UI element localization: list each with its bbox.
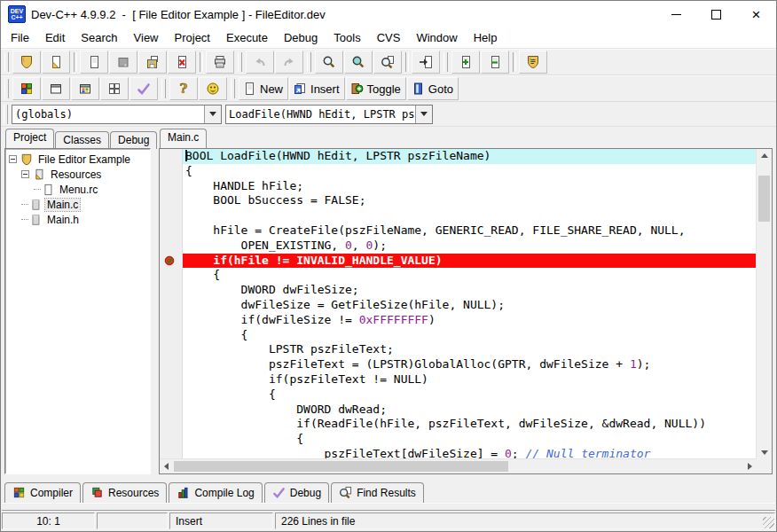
toolbar-drag-handle[interactable] — [443, 52, 448, 72]
new-project-button[interactable] — [12, 51, 41, 74]
tree-item-resources[interactable]: Resources — [5, 167, 150, 182]
menu-item-tools[interactable]: Tools — [326, 29, 368, 46]
menu-item-file[interactable]: File — [3, 29, 37, 46]
function-combobox-dropdown-button[interactable] — [415, 106, 432, 123]
scope-combobox[interactable]: (globals) — [12, 105, 222, 124]
tree-item-main-c[interactable]: Main.c — [5, 197, 150, 212]
maximize-button[interactable] — [696, 1, 736, 27]
menu-item-view[interactable]: View — [126, 29, 167, 46]
menu-item-help[interactable]: Help — [466, 29, 506, 46]
vertical-scrollbar[interactable] — [756, 149, 772, 459]
code-line[interactable]: pszFileText = (LPSTR)GlobalAlloc(GPTR, d… — [183, 357, 757, 372]
print-button[interactable] — [206, 51, 234, 74]
scope-combobox-dropdown-button[interactable] — [204, 106, 221, 123]
code-line[interactable]: if(ReadFile(hFile, pszFileText, dwFileSi… — [183, 417, 757, 432]
editor-tab-main-c[interactable]: Main.c — [160, 129, 207, 148]
code-line[interactable]: BOOL bSuccess = FALSE; — [183, 193, 757, 208]
specials-toggle-button[interactable]: Toggle — [346, 77, 406, 100]
debug-button[interactable] — [130, 77, 158, 100]
close-button[interactable]: × — [736, 1, 776, 27]
code-line[interactable]: BOOL LoadFile(HWND hEdit, LPSTR pszFileN… — [183, 149, 757, 164]
tree-expander-minus-icon[interactable] — [9, 155, 17, 163]
code-line[interactable]: { — [183, 268, 757, 283]
help-button[interactable]: ? — [169, 77, 198, 100]
function-combobox[interactable]: LoadFile(HWND hEdit, LPSTR psz — [225, 105, 433, 124]
report-tab-resources[interactable]: Resources — [82, 482, 167, 503]
undo-button[interactable] — [246, 51, 274, 74]
menu-item-window[interactable]: Window — [408, 29, 465, 46]
scroll-down-button[interactable] — [757, 446, 772, 459]
specials-new-button[interactable]: New — [239, 77, 288, 100]
app-icon[interactable]: DEVC++ — [8, 5, 26, 23]
tree-expander-minus-icon[interactable] — [21, 170, 29, 178]
goto-line-button[interactable] — [412, 51, 440, 74]
resize-grip[interactable] — [763, 517, 774, 528]
panel-tab-debug[interactable]: Debug — [110, 131, 157, 149]
new-source-file-button[interactable] — [80, 51, 108, 74]
close-file-button[interactable] — [168, 51, 196, 74]
panel-tab-project[interactable]: Project — [5, 129, 54, 148]
report-tab-compiler[interactable]: Compiler — [4, 482, 81, 503]
code-line[interactable]: { — [183, 432, 757, 447]
menu-item-execute[interactable]: Execute — [218, 29, 276, 46]
rebuild-all-button[interactable] — [100, 77, 129, 100]
code-line[interactable]: if(hFile != INVALID_HANDLE_VALUE) — [183, 254, 757, 269]
scroll-up-button[interactable] — [757, 149, 772, 162]
horizontal-scroll-thumb[interactable] — [174, 461, 508, 472]
code-line[interactable]: HANDLE hFile; — [183, 179, 757, 194]
about-button[interactable] — [199, 77, 227, 100]
tree-item-menu-rc[interactable]: Menu.rc — [5, 182, 150, 197]
breakpoint-marker[interactable] — [163, 254, 176, 270]
save-button[interactable] — [109, 51, 137, 74]
code-line[interactable]: hFile = CreateFile(pszFileName, GENERIC_… — [183, 223, 757, 239]
code-line[interactable]: if(dwFileSize != 0xFFFFFFFF) — [183, 313, 757, 328]
run-button[interactable] — [42, 77, 70, 100]
code-line[interactable]: { — [183, 164, 757, 179]
specials-goto-button[interactable]: Goto — [407, 77, 459, 100]
panel-splitter[interactable] — [151, 129, 159, 474]
find-in-files-button[interactable] — [344, 51, 373, 74]
code-area[interactable]: BOOL LoadFile(HWND hEdit, LPSTR pszFileN… — [183, 149, 757, 459]
save-all-button[interactable] — [138, 51, 167, 74]
code-line[interactable]: { — [183, 328, 757, 343]
code-line[interactable]: pszFileText[dwFileSize] = 0; // Null ter… — [183, 447, 757, 459]
vertical-scroll-thumb[interactable] — [758, 176, 770, 222]
minimize-button[interactable] — [656, 1, 696, 27]
compile-button[interactable] — [12, 77, 41, 100]
report-tab-find-results[interactable]: Find Results — [331, 482, 424, 503]
open-project-button[interactable] — [42, 51, 70, 74]
scroll-left-button[interactable] — [160, 459, 173, 473]
menu-item-cvs[interactable]: CVS — [369, 29, 409, 46]
remove-from-project-button[interactable] — [481, 51, 509, 74]
toolbar-drag-handle[interactable] — [231, 79, 235, 98]
find-button[interactable] — [315, 51, 343, 74]
code-line[interactable]: if(pszFileText != NULL) — [183, 372, 757, 387]
toolbar-drag-handle[interactable] — [307, 52, 311, 72]
compile-and-run-button[interactable] — [71, 77, 99, 100]
code-line[interactable]: OPEN_EXISTING, 0, 0); — [183, 239, 757, 254]
menu-item-search[interactable]: Search — [73, 29, 125, 46]
horizontal-scrollbar[interactable] — [160, 458, 757, 473]
toolbar-drag-handle[interactable] — [4, 79, 9, 98]
code-line[interactable]: { — [183, 387, 757, 403]
menu-item-edit[interactable]: Edit — [37, 29, 73, 46]
toolbar-drag-handle[interactable] — [161, 79, 166, 98]
editor-gutter[interactable] — [160, 149, 183, 459]
project-options-button[interactable] — [519, 51, 547, 74]
menu-item-debug[interactable]: Debug — [276, 29, 326, 46]
report-tab-compile-log[interactable]: Compile Log — [169, 482, 262, 503]
toolbar-drag-handle[interactable] — [4, 105, 8, 124]
code-line[interactable] — [183, 208, 757, 223]
replace-button[interactable] — [373, 51, 402, 74]
tree-item-file-editor-example[interactable]: File Editor Example — [5, 152, 150, 167]
scroll-right-button[interactable] — [743, 459, 757, 473]
code-line[interactable]: DWORD dwRead; — [183, 403, 757, 418]
redo-button[interactable] — [275, 51, 303, 74]
menu-item-project[interactable]: Project — [167, 29, 218, 46]
code-line[interactable]: LPSTR pszFileText; — [183, 342, 757, 357]
panel-tab-classes[interactable]: Classes — [55, 131, 109, 149]
toolbar-drag-handle[interactable] — [238, 52, 242, 72]
tree-item-main-h[interactable]: Main.h — [5, 212, 150, 227]
project-tree[interactable]: File Editor ExampleResourcesMenu.rcMain.… — [4, 148, 151, 474]
code-line[interactable]: DWORD dwFileSize; — [183, 283, 757, 298]
